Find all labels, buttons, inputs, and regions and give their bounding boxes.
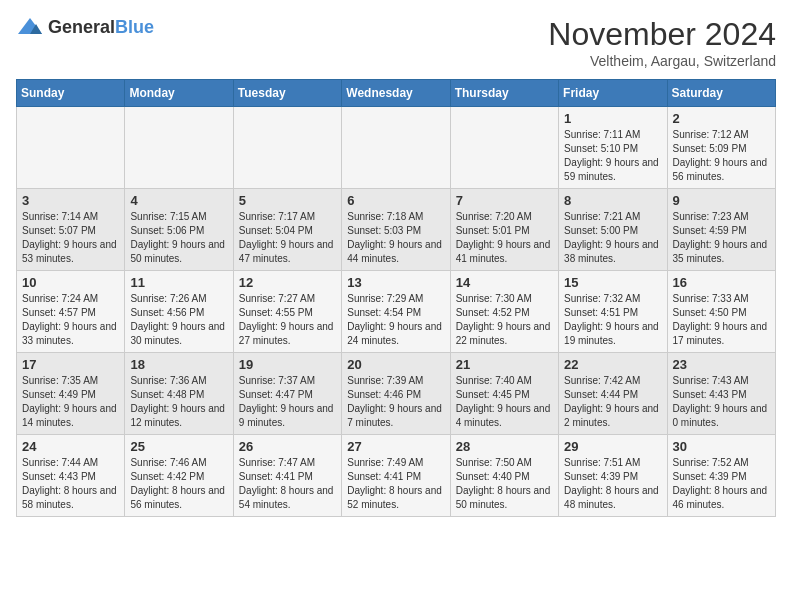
calendar-week-1: 1Sunrise: 7:11 AM Sunset: 5:10 PM Daylig…: [17, 107, 776, 189]
calendar-cell: 4Sunrise: 7:15 AM Sunset: 5:06 PM Daylig…: [125, 189, 233, 271]
day-info: Sunrise: 7:39 AM Sunset: 4:46 PM Dayligh…: [347, 374, 444, 430]
page-header: GeneralBlue November 2024 Veltheim, Aarg…: [16, 16, 776, 69]
day-info: Sunrise: 7:29 AM Sunset: 4:54 PM Dayligh…: [347, 292, 444, 348]
calendar-cell: 13Sunrise: 7:29 AM Sunset: 4:54 PM Dayli…: [342, 271, 450, 353]
day-info: Sunrise: 7:44 AM Sunset: 4:43 PM Dayligh…: [22, 456, 119, 512]
calendar-cell: 24Sunrise: 7:44 AM Sunset: 4:43 PM Dayli…: [17, 435, 125, 517]
day-number: 24: [22, 439, 119, 454]
day-info: Sunrise: 7:32 AM Sunset: 4:51 PM Dayligh…: [564, 292, 661, 348]
day-header-saturday: Saturday: [667, 80, 775, 107]
day-number: 8: [564, 193, 661, 208]
calendar-cell: 11Sunrise: 7:26 AM Sunset: 4:56 PM Dayli…: [125, 271, 233, 353]
logo-icon: [16, 16, 44, 38]
calendar-table: SundayMondayTuesdayWednesdayThursdayFrid…: [16, 79, 776, 517]
day-number: 15: [564, 275, 661, 290]
day-number: 1: [564, 111, 661, 126]
calendar-week-3: 10Sunrise: 7:24 AM Sunset: 4:57 PM Dayli…: [17, 271, 776, 353]
day-number: 12: [239, 275, 336, 290]
calendar-cell: 26Sunrise: 7:47 AM Sunset: 4:41 PM Dayli…: [233, 435, 341, 517]
calendar-cell: 7Sunrise: 7:20 AM Sunset: 5:01 PM Daylig…: [450, 189, 558, 271]
calendar-week-5: 24Sunrise: 7:44 AM Sunset: 4:43 PM Dayli…: [17, 435, 776, 517]
day-number: 21: [456, 357, 553, 372]
day-info: Sunrise: 7:24 AM Sunset: 4:57 PM Dayligh…: [22, 292, 119, 348]
day-number: 7: [456, 193, 553, 208]
day-header-thursday: Thursday: [450, 80, 558, 107]
day-number: 9: [673, 193, 770, 208]
calendar-cell: [233, 107, 341, 189]
day-info: Sunrise: 7:46 AM Sunset: 4:42 PM Dayligh…: [130, 456, 227, 512]
calendar-cell: 23Sunrise: 7:43 AM Sunset: 4:43 PM Dayli…: [667, 353, 775, 435]
day-number: 25: [130, 439, 227, 454]
day-info: Sunrise: 7:43 AM Sunset: 4:43 PM Dayligh…: [673, 374, 770, 430]
day-number: 16: [673, 275, 770, 290]
calendar-cell: 18Sunrise: 7:36 AM Sunset: 4:48 PM Dayli…: [125, 353, 233, 435]
calendar-cell: 14Sunrise: 7:30 AM Sunset: 4:52 PM Dayli…: [450, 271, 558, 353]
day-info: Sunrise: 7:49 AM Sunset: 4:41 PM Dayligh…: [347, 456, 444, 512]
header-row: SundayMondayTuesdayWednesdayThursdayFrid…: [17, 80, 776, 107]
day-info: Sunrise: 7:50 AM Sunset: 4:40 PM Dayligh…: [456, 456, 553, 512]
day-header-tuesday: Tuesday: [233, 80, 341, 107]
day-info: Sunrise: 7:35 AM Sunset: 4:49 PM Dayligh…: [22, 374, 119, 430]
calendar-cell: [125, 107, 233, 189]
calendar-cell: 17Sunrise: 7:35 AM Sunset: 4:49 PM Dayli…: [17, 353, 125, 435]
day-number: 18: [130, 357, 227, 372]
calendar-cell: 27Sunrise: 7:49 AM Sunset: 4:41 PM Dayli…: [342, 435, 450, 517]
logo-blue-text: Blue: [115, 17, 154, 37]
calendar-cell: 19Sunrise: 7:37 AM Sunset: 4:47 PM Dayli…: [233, 353, 341, 435]
day-number: 30: [673, 439, 770, 454]
calendar-cell: [450, 107, 558, 189]
day-info: Sunrise: 7:37 AM Sunset: 4:47 PM Dayligh…: [239, 374, 336, 430]
day-info: Sunrise: 7:23 AM Sunset: 4:59 PM Dayligh…: [673, 210, 770, 266]
day-info: Sunrise: 7:52 AM Sunset: 4:39 PM Dayligh…: [673, 456, 770, 512]
day-info: Sunrise: 7:18 AM Sunset: 5:03 PM Dayligh…: [347, 210, 444, 266]
calendar-cell: 29Sunrise: 7:51 AM Sunset: 4:39 PM Dayli…: [559, 435, 667, 517]
day-header-monday: Monday: [125, 80, 233, 107]
day-number: 20: [347, 357, 444, 372]
calendar-cell: 1Sunrise: 7:11 AM Sunset: 5:10 PM Daylig…: [559, 107, 667, 189]
calendar-cell: 16Sunrise: 7:33 AM Sunset: 4:50 PM Dayli…: [667, 271, 775, 353]
calendar-cell: 9Sunrise: 7:23 AM Sunset: 4:59 PM Daylig…: [667, 189, 775, 271]
logo-general-text: General: [48, 17, 115, 37]
day-number: 14: [456, 275, 553, 290]
calendar-cell: 15Sunrise: 7:32 AM Sunset: 4:51 PM Dayli…: [559, 271, 667, 353]
calendar-week-4: 17Sunrise: 7:35 AM Sunset: 4:49 PM Dayli…: [17, 353, 776, 435]
day-info: Sunrise: 7:47 AM Sunset: 4:41 PM Dayligh…: [239, 456, 336, 512]
day-info: Sunrise: 7:20 AM Sunset: 5:01 PM Dayligh…: [456, 210, 553, 266]
title-area: November 2024 Veltheim, Aargau, Switzerl…: [548, 16, 776, 69]
day-info: Sunrise: 7:17 AM Sunset: 5:04 PM Dayligh…: [239, 210, 336, 266]
day-info: Sunrise: 7:14 AM Sunset: 5:07 PM Dayligh…: [22, 210, 119, 266]
day-info: Sunrise: 7:26 AM Sunset: 4:56 PM Dayligh…: [130, 292, 227, 348]
day-number: 23: [673, 357, 770, 372]
calendar-cell: 30Sunrise: 7:52 AM Sunset: 4:39 PM Dayli…: [667, 435, 775, 517]
day-number: 3: [22, 193, 119, 208]
calendar-cell: 2Sunrise: 7:12 AM Sunset: 5:09 PM Daylig…: [667, 107, 775, 189]
day-info: Sunrise: 7:11 AM Sunset: 5:10 PM Dayligh…: [564, 128, 661, 184]
day-header-sunday: Sunday: [17, 80, 125, 107]
month-title: November 2024: [548, 16, 776, 53]
day-number: 2: [673, 111, 770, 126]
day-info: Sunrise: 7:12 AM Sunset: 5:09 PM Dayligh…: [673, 128, 770, 184]
calendar-cell: 8Sunrise: 7:21 AM Sunset: 5:00 PM Daylig…: [559, 189, 667, 271]
calendar-cell: 28Sunrise: 7:50 AM Sunset: 4:40 PM Dayli…: [450, 435, 558, 517]
day-number: 22: [564, 357, 661, 372]
day-number: 4: [130, 193, 227, 208]
calendar-cell: 6Sunrise: 7:18 AM Sunset: 5:03 PM Daylig…: [342, 189, 450, 271]
day-number: 28: [456, 439, 553, 454]
calendar-cell: [342, 107, 450, 189]
calendar-cell: 21Sunrise: 7:40 AM Sunset: 4:45 PM Dayli…: [450, 353, 558, 435]
calendar-cell: 5Sunrise: 7:17 AM Sunset: 5:04 PM Daylig…: [233, 189, 341, 271]
day-info: Sunrise: 7:42 AM Sunset: 4:44 PM Dayligh…: [564, 374, 661, 430]
day-number: 29: [564, 439, 661, 454]
day-info: Sunrise: 7:51 AM Sunset: 4:39 PM Dayligh…: [564, 456, 661, 512]
calendar-cell: 25Sunrise: 7:46 AM Sunset: 4:42 PM Dayli…: [125, 435, 233, 517]
logo: GeneralBlue: [16, 16, 154, 38]
calendar-cell: 12Sunrise: 7:27 AM Sunset: 4:55 PM Dayli…: [233, 271, 341, 353]
day-number: 5: [239, 193, 336, 208]
day-number: 6: [347, 193, 444, 208]
day-number: 19: [239, 357, 336, 372]
calendar-cell: 20Sunrise: 7:39 AM Sunset: 4:46 PM Dayli…: [342, 353, 450, 435]
day-header-friday: Friday: [559, 80, 667, 107]
day-number: 17: [22, 357, 119, 372]
day-header-wednesday: Wednesday: [342, 80, 450, 107]
day-info: Sunrise: 7:30 AM Sunset: 4:52 PM Dayligh…: [456, 292, 553, 348]
